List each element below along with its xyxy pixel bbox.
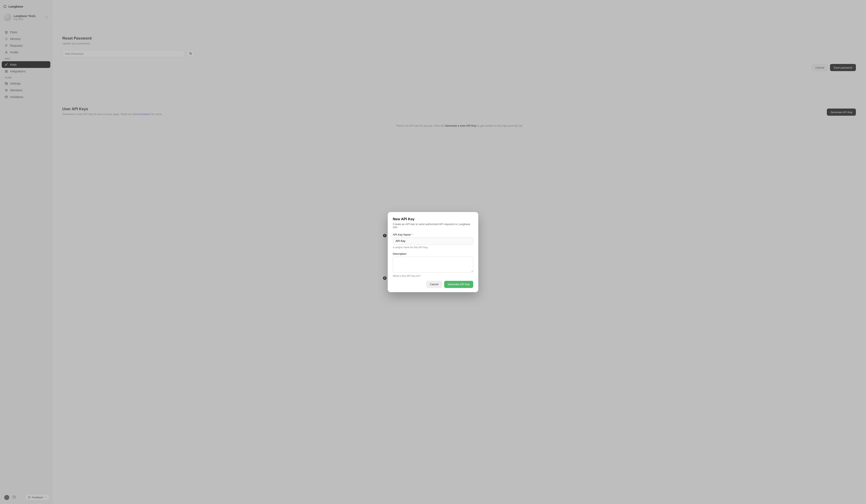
modal-generate-button[interactable]: Generate API Key xyxy=(444,281,473,288)
tour-step-1-badge: 1 xyxy=(383,234,387,237)
modal-scrim[interactable]: 1 2 New API Key Create an API key to sen… xyxy=(0,0,866,504)
modal-subtitle: Create an API key to send authorized API… xyxy=(393,222,473,229)
description-input[interactable] xyxy=(393,256,473,273)
description-label: Description xyxy=(393,252,473,255)
api-key-name-hint: A unique name for this API Key. xyxy=(393,246,473,249)
label-text: API Key Name xyxy=(393,233,411,236)
modal-title: New API Key xyxy=(393,217,473,221)
new-api-key-modal: 1 2 New API Key Create an API key to sen… xyxy=(388,212,478,292)
modal-cancel-button[interactable]: Cancel xyxy=(426,281,442,288)
api-key-name-input[interactable] xyxy=(393,238,473,245)
description-hint: What is this API Key for? xyxy=(393,275,473,277)
required-asterisk: * xyxy=(411,233,413,236)
modal-actions: Cancel Generate API Key xyxy=(393,281,473,288)
api-key-name-label: API Key Name * xyxy=(393,233,473,236)
tour-step-2-badge: 2 xyxy=(383,276,387,280)
